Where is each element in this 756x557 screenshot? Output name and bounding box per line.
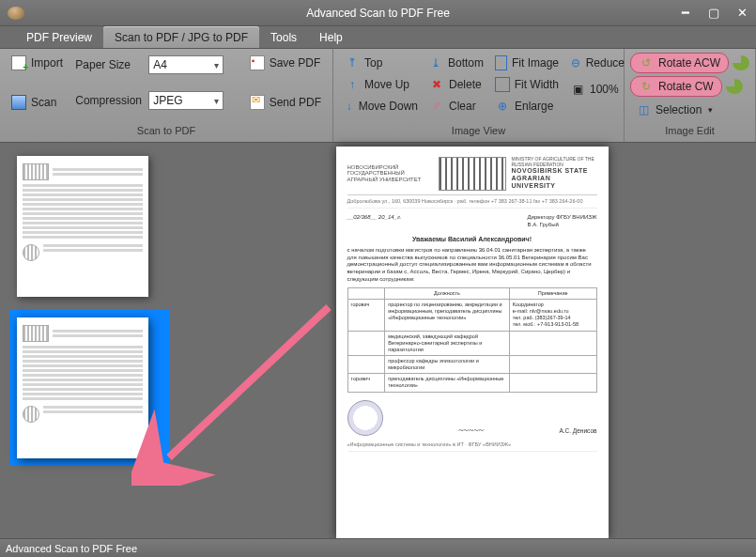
doc-footer: «Информационные системы и технологии» в … [347, 441, 597, 452]
paper-size-combo[interactable]: A4 [148, 55, 224, 74]
fit-image-button[interactable]: Fit Image [489, 53, 564, 73]
app-icon [8, 7, 24, 20]
enlarge-icon: ⊕ [495, 99, 510, 114]
tab-scan-to-pdf[interactable]: Scan to PDF / JPG to PDF [103, 26, 259, 48]
import-label: Import [31, 56, 63, 70]
title-bar: Advanced Scan to PDF Free ━ ▢ ✕ [0, 0, 756, 26]
enlarge-button[interactable]: ⊕Enlarge [489, 96, 564, 116]
doc-table: ДолжностьПримечание горовичпроректор по … [347, 287, 597, 393]
window-title: Advanced Scan to PDF Free [306, 7, 450, 20]
save-pdf-button[interactable]: Save PDF [244, 53, 327, 73]
ribbon-group-view: ⤒Top ↑Move Up ↓Move Down ⤓Bottom ✖Delete… [333, 49, 625, 142]
undo-icon[interactable] [733, 55, 749, 70]
minimize-button[interactable]: ━ [671, 3, 700, 23]
redo-icon[interactable] [726, 79, 743, 94]
doc-date-no: __02/368__ 20_14_г. [347, 214, 402, 229]
reduce-icon: ⊖ [570, 55, 581, 70]
compression-row: Compression JPEG [69, 88, 243, 113]
paper-size-label: Paper Size [75, 58, 143, 71]
doc-recipient: Директору ФГБУ ВНИИЗЖ В.А. Грубый [528, 214, 597, 229]
tab-strip: PDF Preview Scan to PDF / JPG to PDF Too… [0, 26, 756, 49]
delete-icon: ✖ [429, 77, 444, 92]
ribbon-group-view-label: Image View [333, 125, 624, 142]
clear-icon: ✐ [429, 99, 444, 114]
send-pdf-button[interactable]: Send PDF [244, 92, 327, 113]
compression-combo[interactable]: JPEG [148, 91, 224, 110]
maximize-button[interactable]: ▢ [700, 3, 728, 23]
doc-org-left: НОВОСИБИРСКИЙ ГОСУДАРСТВЕННЫЙ АГРАРНЫЙ У… [347, 164, 433, 183]
work-area: НОВОСИБИРСКИЙ ГОСУДАРСТВЕННЫЙ АГРАРНЫЙ У… [0, 143, 756, 538]
doc-salutation: Уважаемы Василий Александрович! [347, 235, 597, 243]
doc-contact: Добролюбова ул., 160, 630039 Новосибирск… [347, 198, 597, 209]
rotate-cw-button[interactable]: ↻Rotate CW [630, 76, 722, 97]
doc-stamp-icon [347, 400, 383, 436]
bottom-icon: ⤓ [429, 55, 443, 70]
thumbnail-2-selected[interactable] [9, 310, 169, 466]
doc-university: NOVOSIBIRSK STATE AGRARIAN UNIVERSITY [512, 167, 597, 189]
send-pdf-label: Send PDF [270, 96, 321, 109]
top-icon: ⤒ [345, 55, 360, 70]
move-down-icon: ↓ [345, 99, 354, 114]
move-up-button[interactable]: ↑Move Up [339, 74, 424, 95]
ribbon-group-edit-label: Image Edit [625, 125, 755, 142]
ribbon-group-scan: Import Scan Paper Size A4 Compression JP… [0, 49, 333, 142]
actual-size-icon: ▣ [570, 82, 585, 97]
ribbon-group-scan-label: Scan to PDF [0, 125, 332, 142]
compression-label: Compression [75, 94, 143, 107]
doc-signer: А.С. Денисов [559, 427, 596, 435]
fit-width-icon [495, 77, 510, 92]
thumbnail-1[interactable] [17, 156, 148, 297]
reduce-button[interactable]: ⊖Reduce [564, 53, 630, 73]
import-button[interactable]: Import [6, 53, 69, 73]
status-bar: Advanced Scan to PDF Free [0, 538, 756, 557]
rotate-acw-icon: ↺ [639, 55, 654, 70]
send-pdf-icon [250, 95, 265, 110]
ribbon-group-edit: ↺Rotate ACW ↻Rotate CW ◫Selection▾ Image… [625, 49, 756, 142]
tab-pdf-preview[interactable]: PDF Preview [15, 26, 103, 48]
scan-button[interactable]: Scan [6, 92, 69, 113]
scanner-icon [11, 95, 26, 110]
scan-label: Scan [31, 96, 56, 109]
window-controls: ━ ▢ ✕ [671, 3, 756, 23]
hundred-percent-button[interactable]: ▣100% [564, 79, 630, 100]
fit-width-button[interactable]: Fit Width [489, 74, 564, 95]
doc-ministry: MINISTRY OF AGRICULTURE OF THE RUSSIAN F… [512, 157, 597, 167]
save-pdf-label: Save PDF [270, 56, 321, 70]
selection-button[interactable]: ◫Selection▾ [630, 100, 749, 120]
menu-tools[interactable]: Tools [259, 26, 308, 48]
document-preview[interactable]: НОВОСИБИРСКИЙ ГОСУДАРСТВЕННЫЙ АГРАРНЫЙ У… [336, 147, 609, 539]
top-button[interactable]: ⤒Top [339, 53, 424, 73]
thumbnail-panel [0, 143, 188, 538]
status-text: Advanced Scan to PDF Free [6, 543, 137, 554]
doc-logo [439, 157, 506, 191]
close-button[interactable]: ✕ [728, 3, 756, 23]
chevron-down-icon: ▾ [708, 105, 713, 115]
preview-panel: НОВОСИБИРСКИЙ ГОСУДАРСТВЕННЫЙ АГРАРНЫЙ У… [188, 143, 756, 538]
delete-button[interactable]: ✖Delete [424, 74, 489, 95]
save-pdf-icon [250, 55, 265, 70]
menu-help[interactable]: Help [308, 26, 354, 48]
fit-image-icon [495, 55, 507, 70]
paper-size-row: Paper Size A4 [69, 53, 243, 77]
move-down-button[interactable]: ↓Move Down [339, 96, 424, 116]
clear-button[interactable]: ✐Clear [424, 96, 489, 116]
ribbon: Import Scan Paper Size A4 Compression JP… [0, 49, 756, 143]
rotate-acw-button[interactable]: ↺Rotate ACW [630, 53, 729, 73]
import-icon [11, 55, 26, 70]
selection-icon: ◫ [636, 102, 651, 117]
bottom-button[interactable]: ⤓Bottom [424, 53, 489, 73]
move-up-icon: ↑ [345, 77, 360, 92]
doc-body: с началом подготовки магистров по направ… [347, 247, 597, 284]
rotate-cw-icon: ↻ [639, 79, 654, 94]
